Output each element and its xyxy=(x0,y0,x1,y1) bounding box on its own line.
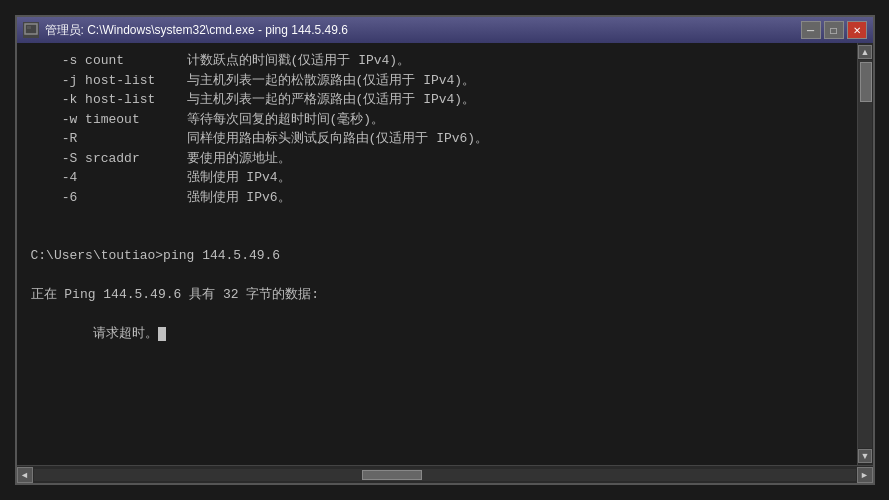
terminal-line-2: -j host-list 与主机列表一起的松散源路由(仅适用于 IPv4)。 xyxy=(31,71,843,91)
titlebar-left: 管理员: C:\Windows\system32\cmd.exe - ping … xyxy=(23,22,348,39)
scroll-left-arrow[interactable]: ◄ xyxy=(17,467,33,483)
terminal-line-3: -k host-list 与主机列表一起的严格源路由(仅适用于 IPv4)。 xyxy=(31,90,843,110)
terminal-line-1: -s count 计数跃点的时间戳(仅适用于 IPv4)。 xyxy=(31,51,843,71)
h-scroll-track[interactable] xyxy=(34,469,856,481)
cmd-window: 管理员: C:\Windows\system32\cmd.exe - ping … xyxy=(15,15,875,485)
scroll-thumb[interactable] xyxy=(860,62,872,102)
scroll-up-arrow[interactable]: ▲ xyxy=(858,45,872,59)
titlebar: 管理员: C:\Windows\system32\cmd.exe - ping … xyxy=(17,17,873,43)
scroll-track[interactable] xyxy=(858,60,872,448)
scroll-down-arrow[interactable]: ▼ xyxy=(858,449,872,463)
terminal-line-4: -w timeout 等待每次回复的超时时间(毫秒)。 xyxy=(31,110,843,130)
window-title: 管理员: C:\Windows\system32\cmd.exe - ping … xyxy=(45,22,348,39)
svg-rect-1 xyxy=(27,26,31,29)
terminal-content[interactable]: -s count 计数跃点的时间戳(仅适用于 IPv4)。 -j host-li… xyxy=(17,43,857,465)
blank-line-3 xyxy=(31,266,843,286)
close-button[interactable]: ✕ xyxy=(847,21,867,39)
terminal-line-8: -6 强制使用 IPv6。 xyxy=(31,188,843,208)
h-scroll-thumb[interactable] xyxy=(362,470,422,480)
cursor xyxy=(158,327,166,341)
terminal-line-ping-cmd: C:\Users\toutiao>ping 144.5.49.6 xyxy=(31,246,843,266)
minimize-button[interactable]: ─ xyxy=(801,21,821,39)
maximize-button[interactable]: □ xyxy=(824,21,844,39)
blank-line-1 xyxy=(31,207,843,227)
window-body: -s count 计数跃点的时间戳(仅适用于 IPv4)。 -j host-li… xyxy=(17,43,873,465)
window-icon xyxy=(23,22,39,38)
terminal-line-timeout: 请求超时。 xyxy=(31,305,843,364)
terminal-line-ping-data: 正在 Ping 144.5.49.6 具有 32 字节的数据: xyxy=(31,285,843,305)
titlebar-buttons: ─ □ ✕ xyxy=(801,21,867,39)
vertical-scrollbar[interactable]: ▲ ▼ xyxy=(857,43,873,465)
terminal-line-5: -R 同样使用路由标头测试反向路由(仅适用于 IPv6)。 xyxy=(31,129,843,149)
scroll-right-arrow[interactable]: ► xyxy=(857,467,873,483)
blank-line-2 xyxy=(31,227,843,247)
terminal-line-7: -4 强制使用 IPv4。 xyxy=(31,168,843,188)
terminal-line-6: -S srcaddr 要使用的源地址。 xyxy=(31,149,843,169)
horizontal-scrollbar[interactable]: ◄ ► xyxy=(17,465,873,483)
